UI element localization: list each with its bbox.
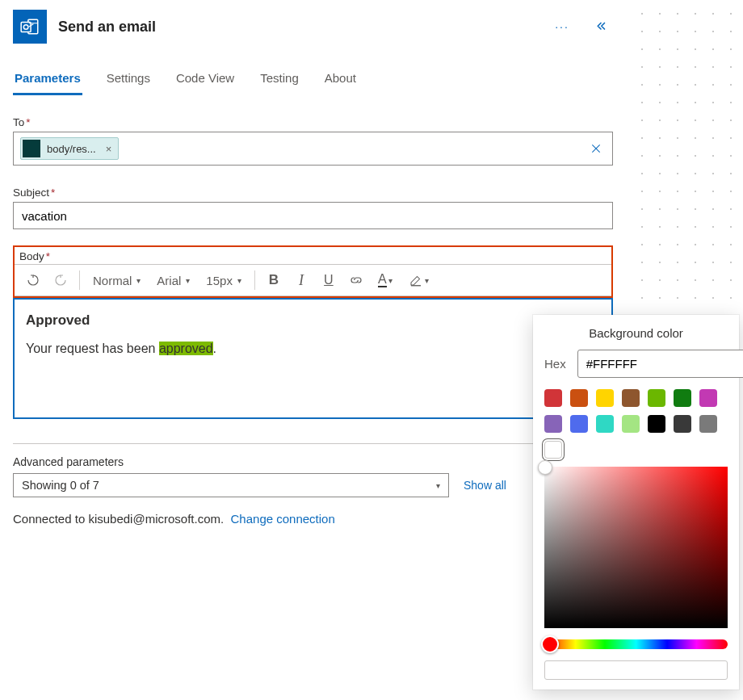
tab-parameters[interactable]: Parameters <box>13 63 82 95</box>
color-swatch[interactable] <box>570 389 588 407</box>
color-swatch[interactable] <box>648 415 665 433</box>
gradient-thumb[interactable] <box>538 460 552 475</box>
body-line: Your request has been approved. <box>26 337 600 359</box>
size-dropdown[interactable]: 15px ▾ <box>199 270 248 291</box>
color-swatch[interactable] <box>674 415 691 433</box>
to-label-text: To <box>13 116 24 128</box>
color-swatch[interactable] <box>596 389 614 407</box>
change-connection-link[interactable]: Change connection <box>231 512 335 526</box>
color-swatch[interactable] <box>622 415 640 433</box>
italic-button[interactable]: I <box>289 268 313 292</box>
advanced-showing-text: Showing 0 of 7 <box>22 479 99 492</box>
color-swatch[interactable] <box>648 389 665 407</box>
color-swatch[interactable] <box>622 389 640 407</box>
token-remove[interactable]: × <box>106 143 112 155</box>
body-text-post: . <box>213 342 216 355</box>
field-to: To* body/res... × <box>13 116 613 166</box>
subject-input[interactable] <box>20 208 606 224</box>
link-button[interactable] <box>344 268 368 292</box>
to-token[interactable]: body/res... × <box>20 137 119 160</box>
subject-label: Subject* <box>13 187 613 199</box>
chevron-down-icon: ▾ <box>425 276 429 285</box>
token-text: body/res... <box>47 143 96 155</box>
color-swatch[interactable] <box>544 389 562 407</box>
show-all-link[interactable]: Show all <box>464 479 506 492</box>
color-swatch[interactable] <box>596 415 614 433</box>
color-swatch[interactable] <box>544 415 562 433</box>
connection-line: Connected to kisubedi@microsoft.com. Cha… <box>13 512 613 526</box>
format-dropdown[interactable]: Normal ▾ <box>86 270 147 291</box>
body-highlighted-word: approved <box>159 342 213 355</box>
hue-slider[interactable] <box>544 639 728 649</box>
tab-testing[interactable]: Testing <box>258 63 300 95</box>
token-fx-icon <box>23 140 40 157</box>
hue-thumb[interactable] <box>541 635 559 653</box>
swatch-grid <box>544 389 728 433</box>
section-divider <box>13 443 613 444</box>
collapse-button[interactable] <box>589 15 613 39</box>
tab-code-view[interactable]: Code View <box>174 63 236 95</box>
card-title: Send an email <box>58 19 539 36</box>
color-swatch[interactable] <box>699 415 717 433</box>
saturation-gradient[interactable] <box>544 467 728 628</box>
field-subject: Subject* <box>13 187 613 229</box>
highlight-color-button[interactable]: ▾ <box>402 270 435 291</box>
tab-strip: Parameters Settings Code View Testing Ab… <box>13 63 613 95</box>
chevron-down-icon: ▾ <box>388 276 392 285</box>
color-swatch[interactable] <box>674 389 691 407</box>
bold-button[interactable]: B <box>262 268 286 292</box>
body-editor[interactable]: Approved Your request has been approved. <box>13 298 613 419</box>
tab-about[interactable]: About <box>323 63 358 95</box>
subject-input-wrap <box>13 202 613 229</box>
subject-label-text: Subject <box>13 187 49 199</box>
card-header: Send an email ··· <box>13 10 613 63</box>
body-section-highlighted: Body* Normal ▾ Arial ▾ 15px ▾ B <box>13 245 613 298</box>
underline-button[interactable]: U <box>317 268 341 292</box>
undo-button[interactable] <box>21 268 45 292</box>
format-value: Normal <box>93 274 132 287</box>
font-value: Arial <box>157 274 181 287</box>
body-label: Body* <box>15 247 611 264</box>
color-popup-title: Background color <box>544 326 728 340</box>
swatch-white-selected[interactable] <box>544 441 562 459</box>
color-swatch[interactable] <box>699 389 717 407</box>
svg-rect-1 <box>21 23 31 32</box>
to-input[interactable]: body/res... × <box>13 132 613 166</box>
to-label: To* <box>13 116 613 128</box>
chevron-down-icon: ▾ <box>136 276 141 285</box>
size-value: 15px <box>206 274 233 287</box>
background-color-popup: Background color Hex <box>533 315 739 690</box>
chevron-down-icon: ▾ <box>186 276 190 285</box>
advanced-params-dropdown[interactable]: Showing 0 of 7 ▾ <box>13 473 449 497</box>
more-button[interactable]: ··· <box>550 15 574 39</box>
rte-toolbar: Normal ▾ Arial ▾ 15px ▾ B I U A ▾ <box>15 264 611 296</box>
body-text-pre: Your request has been <box>26 342 159 355</box>
chevron-down-icon: ▾ <box>237 276 241 285</box>
color-swatch[interactable] <box>570 415 588 433</box>
font-dropdown[interactable]: Arial ▾ <box>150 270 196 291</box>
advanced-params-label: Advanced parameters <box>13 455 613 468</box>
redo-button[interactable] <box>48 268 73 292</box>
chevron-down-icon: ▾ <box>436 481 440 490</box>
tab-settings[interactable]: Settings <box>105 63 152 95</box>
font-color-button[interactable]: A ▾ <box>372 270 399 291</box>
connection-text: Connected to kisubedi@microsoft.com. <box>13 512 224 526</box>
body-label-text: Body <box>19 250 44 262</box>
alpha-slider[interactable] <box>544 660 728 680</box>
clear-to-button[interactable] <box>586 142 606 155</box>
body-heading: Approved <box>26 309 600 333</box>
hex-label: Hex <box>544 357 566 371</box>
outlook-icon <box>13 10 47 44</box>
hex-input[interactable] <box>577 350 743 378</box>
action-config-panel: Send an email ··· Parameters Settings Co… <box>0 0 626 542</box>
